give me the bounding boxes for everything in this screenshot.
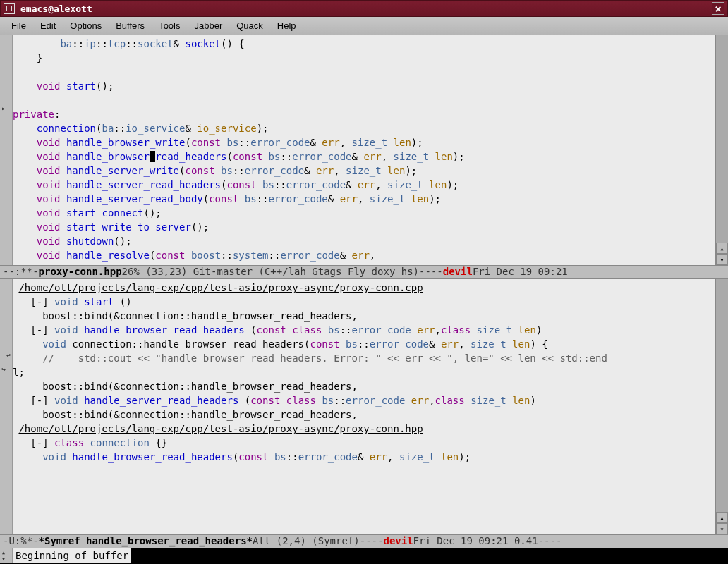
menu-edit[interactable]: Edit	[33, 19, 63, 32]
menu-help[interactable]: Help	[270, 19, 303, 32]
menu-options[interactable]: Options	[63, 19, 109, 32]
modeline-time-lower: Fri Dec 19 09:21 0.41----	[413, 535, 562, 548]
scroll-down-icon-lower[interactable]: ▾	[716, 523, 728, 534]
modeline-buffer-name-lower: *Symref handle_browser_read_headers*	[39, 535, 253, 548]
modeline-info: 26% (33,23) Git-master (C++/lah Gtags Fl…	[122, 266, 443, 278]
menu-tools[interactable]: Tools	[152, 19, 187, 32]
menu-jabber[interactable]: Jabber	[187, 19, 229, 32]
scrollbar-track-lower[interactable]	[716, 279, 728, 512]
minibuf-fringe: ▴▾	[0, 548, 13, 563]
minibuffer[interactable]: Beginning of buffer	[13, 548, 131, 563]
scrollbar[interactable]: ▴ ▾	[715, 35, 728, 265]
source-buffer[interactable]: ba::ip::tcp::socket& socket() { } void s…	[13, 35, 715, 265]
modeline-upper[interactable]: --:**- proxy-conn.hpp 26% (33,23) Git-ma…	[0, 265, 728, 279]
scroll-up-icon-lower[interactable]: ▴	[716, 512, 728, 523]
window-menu-icon[interactable]	[4, 3, 15, 14]
menu-buffers[interactable]: Buffers	[109, 19, 152, 32]
menu-quack[interactable]: Quack	[229, 19, 270, 32]
modeline-buffer-name: proxy-conn.hpp	[39, 266, 122, 278]
close-icon[interactable]: ×	[712, 2, 724, 15]
menu-file[interactable]: File	[4, 19, 33, 32]
window-title: emacs@alexott	[20, 4, 712, 14]
fold-mark-icon[interactable]: ▸	[1, 104, 6, 112]
titlebar[interactable]: emacs@alexott ×	[0, 0, 728, 17]
modeline-time: Fri Dec 19 09:21	[473, 266, 568, 278]
modeline-status: --:**-	[3, 266, 39, 278]
modeline-devil-lower: devil	[383, 535, 413, 548]
wrap-arrow-icon: ↩	[6, 351, 11, 359]
scroll-up-icon[interactable]: ▴	[716, 243, 728, 254]
lower-window: ↪ ↩ /home/ott/projects/lang-exp/cpp/test…	[0, 279, 728, 534]
modeline-lower[interactable]: -U:%*- *Symref handle_browser_read_heade…	[0, 534, 728, 548]
modeline-devil: devil	[443, 266, 473, 278]
modeline-info-lower: All (2,4) (Symref)----	[253, 535, 383, 548]
upper-window: ▸ ba::ip::tcp::socket& socket() { } void…	[0, 35, 728, 265]
scrollbar-lower[interactable]: ▴ ▾	[715, 279, 728, 534]
modeline-status-lower: -U:%*-	[3, 535, 39, 548]
left-fringe: ▸	[0, 35, 13, 265]
menubar: File Edit Options Buffers Tools Jabber Q…	[0, 17, 728, 35]
symref-buffer[interactable]: /home/ott/projects/lang-exp/cpp/test-asi…	[13, 279, 715, 534]
minibuffer-text: Beginning of buffer	[16, 550, 128, 561]
left-fringe-lower: ↪ ↩	[0, 279, 13, 534]
wrap-mark-icon: ↪	[1, 365, 6, 373]
scrollbar-track[interactable]	[716, 35, 728, 243]
scroll-down-icon[interactable]: ▾	[716, 254, 728, 265]
